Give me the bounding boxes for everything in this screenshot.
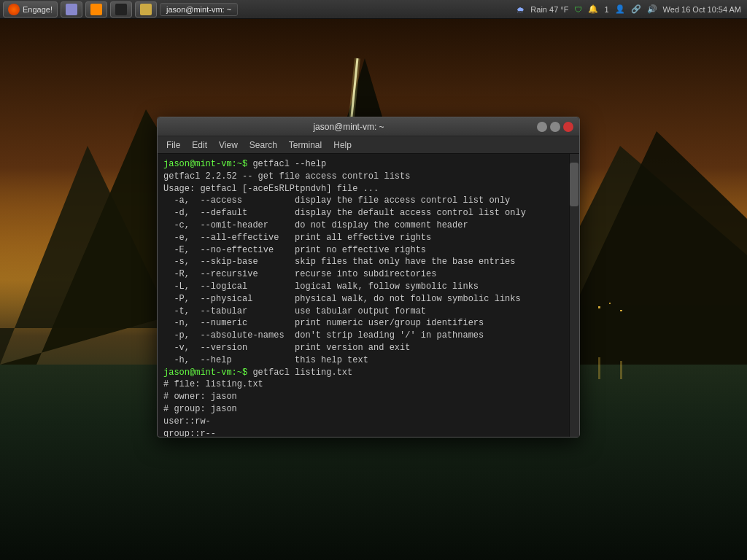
line-10: -R, --recursive recurse into subdirector… bbox=[163, 268, 562, 281]
cmd-2: getfacl listing.txt bbox=[252, 368, 352, 378]
menu-help[interactable]: Help bbox=[328, 138, 357, 152]
volume-icon: 🔊 bbox=[647, 4, 657, 14]
line-23: group::r-- bbox=[163, 428, 562, 437]
menu-edit[interactable]: Edit bbox=[186, 138, 213, 152]
terminal-scrollbar[interactable] bbox=[569, 154, 579, 437]
bell-icon: 🔔 bbox=[588, 4, 598, 14]
taskbar-folder-button[interactable] bbox=[135, 1, 157, 18]
svg-rect-10 bbox=[620, 310, 622, 311]
menu-search[interactable]: Search bbox=[244, 138, 283, 152]
close-button[interactable] bbox=[563, 122, 573, 132]
engage-icon bbox=[8, 4, 20, 15]
line-14: -n, --numeric print numeric user/group i… bbox=[163, 317, 562, 330]
active-window-label: jason@mint-vm: ~ bbox=[166, 5, 231, 14]
datetime: Wed 16 Oct 10:54 AM bbox=[663, 5, 741, 14]
taskbar: Engage! jason@mint-vm: ~ 🌧 Rain 47 °F 🛡 … bbox=[0, 0, 747, 19]
taskbar-left: Engage! jason@mint-vm: ~ bbox=[0, 1, 238, 18]
svg-rect-9 bbox=[609, 303, 611, 304]
terminal-title: jason@mint-vm: ~ bbox=[163, 122, 534, 132]
svg-rect-12 bbox=[620, 361, 622, 379]
taskbar-right: 🌧 Rain 47 °F 🛡 🔔 1 👤 🔗 🔊 Wed 16 Oct 10:5… bbox=[516, 4, 747, 14]
line-12: -P, --physical physical walk, do not fol… bbox=[163, 293, 562, 306]
taskbar-orange-button[interactable] bbox=[85, 1, 107, 18]
svg-rect-8 bbox=[598, 306, 600, 308]
line-5: -d, --default display the default access… bbox=[163, 207, 562, 219]
user-icon: 👤 bbox=[615, 4, 625, 14]
line-17: -h, --help this help text bbox=[163, 354, 562, 367]
taskbar-black-button[interactable] bbox=[110, 1, 132, 18]
menu-terminal[interactable]: Terminal bbox=[283, 138, 328, 152]
menu-file[interactable]: File bbox=[160, 138, 186, 152]
menu-view[interactable]: View bbox=[213, 138, 244, 152]
line-11: -L, --logical logical walk, follow symbo… bbox=[163, 281, 562, 293]
line-1: jason@mint-vm:~$ getfacl --help bbox=[163, 158, 562, 171]
line-19: # file: listing.txt bbox=[163, 378, 562, 391]
shield-icon: 🛡 bbox=[574, 5, 582, 14]
line-7: -e, --all-effective print all effective … bbox=[163, 232, 562, 244]
taskbar-active-window[interactable]: jason@mint-vm: ~ bbox=[160, 3, 238, 16]
weather-text: Rain 47 °F bbox=[530, 5, 568, 14]
line-4: -a, --access display the file access con… bbox=[163, 195, 562, 207]
line-6: -c, --omit-header do not display the com… bbox=[163, 219, 562, 232]
engage-label: Engage! bbox=[23, 5, 53, 14]
line-13: -t, --tabular use tabular output format bbox=[163, 306, 562, 318]
line-2: getfacl 2.2.52 -- get file access contro… bbox=[163, 171, 562, 183]
line-20: # owner: jason bbox=[163, 391, 562, 403]
terminal-menubar: File Edit View Search Terminal Help bbox=[158, 136, 579, 154]
terminal-body[interactable]: jason@mint-vm:~$ getfacl --help getfacl … bbox=[158, 154, 579, 437]
maximize-button[interactable] bbox=[550, 122, 560, 132]
prompt-1: jason@mint-vm:~$ bbox=[163, 159, 252, 169]
line-15: -p, --absolute-names don't strip leading… bbox=[163, 330, 562, 342]
line-18: jason@mint-vm:~$ getfacl listing.txt bbox=[163, 367, 562, 379]
terminal-titlebar: jason@mint-vm: ~ bbox=[158, 117, 579, 136]
cmd-1: getfacl --help bbox=[252, 159, 326, 169]
engage-button[interactable]: Engage! bbox=[3, 1, 58, 18]
line-21: # group: jason bbox=[163, 403, 562, 416]
scrollbar-thumb[interactable] bbox=[570, 163, 578, 206]
line-9: -s, --skip-base skip files that only hav… bbox=[163, 256, 562, 268]
line-16: -v, --version print version and exit bbox=[163, 342, 562, 354]
line-22: user::rw- bbox=[163, 416, 562, 428]
weather-icon: 🌧 bbox=[516, 5, 525, 14]
line-8: -E, --no-effective print no effective ri… bbox=[163, 244, 562, 257]
line-3: Usage: getfacl [-aceEsRLPtpndvh] file ..… bbox=[163, 183, 562, 195]
orange-icon bbox=[90, 4, 102, 15]
notification-count: 1 bbox=[604, 5, 608, 14]
black-icon bbox=[115, 4, 127, 15]
terminal-window: jason@mint-vm: ~ File Edit View Search T… bbox=[157, 117, 580, 438]
taskbar-files-button[interactable] bbox=[61, 1, 82, 18]
minimize-button[interactable] bbox=[537, 122, 547, 132]
prompt-2: jason@mint-vm:~$ bbox=[163, 368, 252, 378]
svg-rect-11 bbox=[598, 357, 600, 379]
folder-icon bbox=[140, 4, 152, 15]
network-icon: 🔗 bbox=[631, 4, 641, 14]
files-icon bbox=[66, 4, 77, 15]
